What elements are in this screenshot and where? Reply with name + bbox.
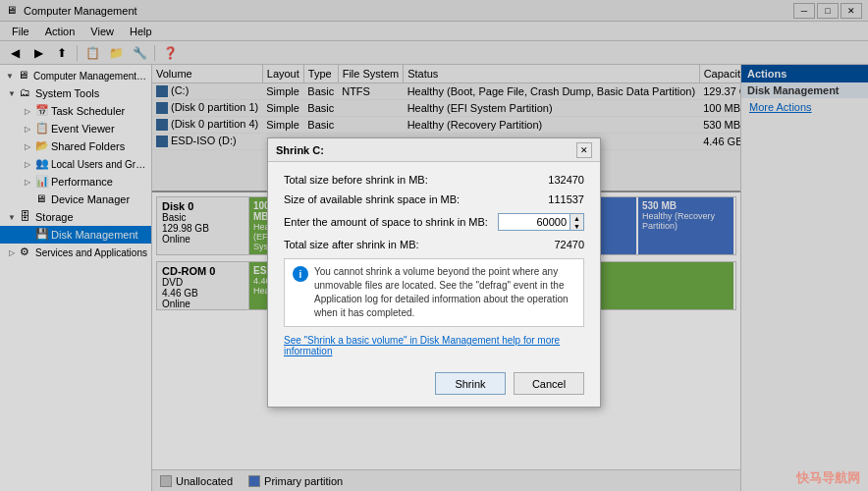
value-available: 111537: [506, 193, 584, 205]
label-total-after: Total size after shrink in MB:: [284, 239, 506, 250]
amount-input-wrap: ▲ ▼: [498, 213, 584, 231]
label-total-before: Total size before shrink in MB:: [284, 174, 506, 186]
amount-input[interactable]: [498, 213, 570, 231]
dialog-close-button[interactable]: ✕: [576, 142, 592, 158]
spinner-up[interactable]: ▲: [570, 214, 583, 222]
watermark: 快马导航网: [796, 469, 860, 487]
spinner-buttons: ▲ ▼: [570, 213, 584, 231]
dialog-help-link[interactable]: See "Shrink a basic volume" in Disk Mana…: [284, 335, 584, 356]
dialog-row-total-after: Total size after shrink in MB: 72470: [284, 239, 584, 250]
shrink-dialog: Shrink C: ✕ Total size before shrink in …: [267, 137, 601, 408]
label-amount: Enter the amount of space to shrink in M…: [284, 216, 498, 228]
dialog-titlebar: Shrink C: ✕: [268, 138, 600, 162]
dialog-buttons: Shrink Cancel: [284, 368, 584, 395]
dialog-row-amount: Enter the amount of space to shrink in M…: [284, 213, 584, 231]
dialog-title: Shrink C:: [276, 144, 576, 156]
shrink-button[interactable]: Shrink: [435, 372, 506, 395]
dialog-row-available: Size of available shrink space in MB: 11…: [284, 193, 584, 205]
info-icon: i: [293, 266, 308, 282]
info-text: You cannot shrink a volume beyond the po…: [314, 265, 575, 320]
dialog-info-box: i You cannot shrink a volume beyond the …: [284, 258, 584, 327]
dialog-body: Total size before shrink in MB: 132470 S…: [268, 162, 600, 407]
spinner-down[interactable]: ▼: [570, 222, 583, 230]
dialog-row-total-before: Total size before shrink in MB: 132470: [284, 174, 584, 186]
cancel-button[interactable]: Cancel: [514, 372, 584, 395]
value-total-after: 72470: [506, 239, 584, 250]
dialog-overlay: Shrink C: ✕ Total size before shrink in …: [0, 0, 868, 491]
value-total-before: 132470: [506, 174, 584, 186]
label-available: Size of available shrink space in MB:: [284, 193, 506, 205]
